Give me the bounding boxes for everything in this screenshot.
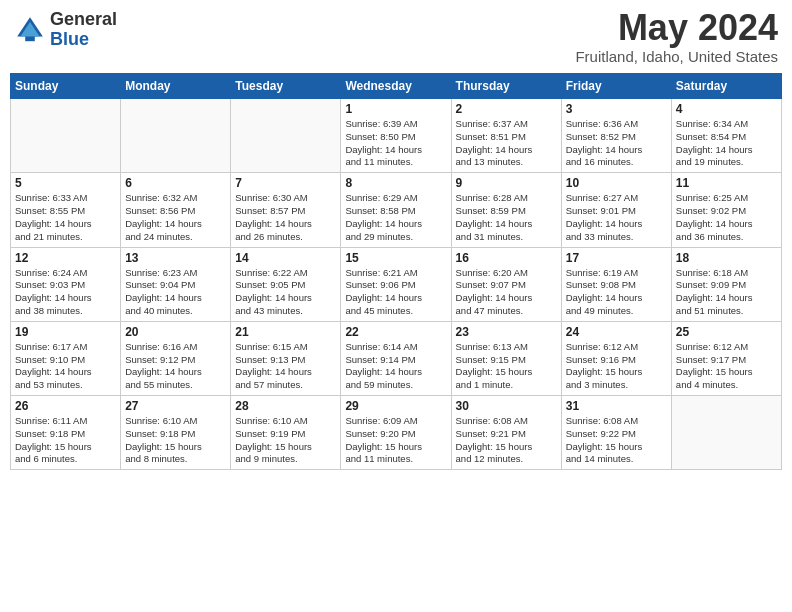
table-row: 19Sunrise: 6:17 AMSunset: 9:10 PMDayligh…	[11, 321, 121, 395]
day-number: 12	[15, 251, 116, 265]
day-info: Sunrise: 6:16 AMSunset: 9:12 PMDaylight:…	[125, 341, 226, 392]
day-info: Sunrise: 6:24 AMSunset: 9:03 PMDaylight:…	[15, 267, 116, 318]
day-info: Sunrise: 6:25 AMSunset: 9:02 PMDaylight:…	[676, 192, 777, 243]
calendar-header-row: Sunday Monday Tuesday Wednesday Thursday…	[11, 74, 782, 99]
table-row: 5Sunrise: 6:33 AMSunset: 8:55 PMDaylight…	[11, 173, 121, 247]
col-saturday: Saturday	[671, 74, 781, 99]
day-number: 10	[566, 176, 667, 190]
svg-rect-2	[25, 36, 35, 41]
table-row: 12Sunrise: 6:24 AMSunset: 9:03 PMDayligh…	[11, 247, 121, 321]
col-monday: Monday	[121, 74, 231, 99]
day-number: 24	[566, 325, 667, 339]
day-info: Sunrise: 6:36 AMSunset: 8:52 PMDaylight:…	[566, 118, 667, 169]
day-info: Sunrise: 6:27 AMSunset: 9:01 PMDaylight:…	[566, 192, 667, 243]
day-number: 23	[456, 325, 557, 339]
day-number: 14	[235, 251, 336, 265]
day-info: Sunrise: 6:19 AMSunset: 9:08 PMDaylight:…	[566, 267, 667, 318]
col-wednesday: Wednesday	[341, 74, 451, 99]
day-number: 16	[456, 251, 557, 265]
table-row: 11Sunrise: 6:25 AMSunset: 9:02 PMDayligh…	[671, 173, 781, 247]
logo-text: General Blue	[50, 10, 117, 50]
day-number: 27	[125, 399, 226, 413]
logo: General Blue	[14, 10, 117, 50]
logo-general-text: General	[50, 10, 117, 30]
day-info: Sunrise: 6:12 AMSunset: 9:16 PMDaylight:…	[566, 341, 667, 392]
table-row: 17Sunrise: 6:19 AMSunset: 9:08 PMDayligh…	[561, 247, 671, 321]
day-number: 15	[345, 251, 446, 265]
table-row: 27Sunrise: 6:10 AMSunset: 9:18 PMDayligh…	[121, 396, 231, 470]
day-number: 28	[235, 399, 336, 413]
day-number: 13	[125, 251, 226, 265]
day-number: 25	[676, 325, 777, 339]
day-info: Sunrise: 6:11 AMSunset: 9:18 PMDaylight:…	[15, 415, 116, 466]
table-row	[231, 99, 341, 173]
table-row: 13Sunrise: 6:23 AMSunset: 9:04 PMDayligh…	[121, 247, 231, 321]
day-info: Sunrise: 6:09 AMSunset: 9:20 PMDaylight:…	[345, 415, 446, 466]
day-number: 3	[566, 102, 667, 116]
table-row: 9Sunrise: 6:28 AMSunset: 8:59 PMDaylight…	[451, 173, 561, 247]
day-info: Sunrise: 6:14 AMSunset: 9:14 PMDaylight:…	[345, 341, 446, 392]
table-row: 10Sunrise: 6:27 AMSunset: 9:01 PMDayligh…	[561, 173, 671, 247]
calendar-week-row: 19Sunrise: 6:17 AMSunset: 9:10 PMDayligh…	[11, 321, 782, 395]
day-number: 21	[235, 325, 336, 339]
logo-icon	[14, 14, 46, 46]
col-sunday: Sunday	[11, 74, 121, 99]
day-number: 2	[456, 102, 557, 116]
day-info: Sunrise: 6:28 AMSunset: 8:59 PMDaylight:…	[456, 192, 557, 243]
table-row: 21Sunrise: 6:15 AMSunset: 9:13 PMDayligh…	[231, 321, 341, 395]
table-row	[121, 99, 231, 173]
day-info: Sunrise: 6:39 AMSunset: 8:50 PMDaylight:…	[345, 118, 446, 169]
table-row: 28Sunrise: 6:10 AMSunset: 9:19 PMDayligh…	[231, 396, 341, 470]
table-row: 24Sunrise: 6:12 AMSunset: 9:16 PMDayligh…	[561, 321, 671, 395]
col-tuesday: Tuesday	[231, 74, 341, 99]
day-info: Sunrise: 6:17 AMSunset: 9:10 PMDaylight:…	[15, 341, 116, 392]
day-number: 8	[345, 176, 446, 190]
table-row: 16Sunrise: 6:20 AMSunset: 9:07 PMDayligh…	[451, 247, 561, 321]
day-number: 29	[345, 399, 446, 413]
day-info: Sunrise: 6:13 AMSunset: 9:15 PMDaylight:…	[456, 341, 557, 392]
day-info: Sunrise: 6:10 AMSunset: 9:19 PMDaylight:…	[235, 415, 336, 466]
table-row: 26Sunrise: 6:11 AMSunset: 9:18 PMDayligh…	[11, 396, 121, 470]
day-info: Sunrise: 6:22 AMSunset: 9:05 PMDaylight:…	[235, 267, 336, 318]
calendar-table: Sunday Monday Tuesday Wednesday Thursday…	[10, 73, 782, 470]
day-number: 26	[15, 399, 116, 413]
day-info: Sunrise: 6:08 AMSunset: 9:21 PMDaylight:…	[456, 415, 557, 466]
col-friday: Friday	[561, 74, 671, 99]
calendar-week-row: 12Sunrise: 6:24 AMSunset: 9:03 PMDayligh…	[11, 247, 782, 321]
day-number: 22	[345, 325, 446, 339]
calendar-location: Fruitland, Idaho, United States	[575, 48, 778, 65]
day-info: Sunrise: 6:29 AMSunset: 8:58 PMDaylight:…	[345, 192, 446, 243]
day-info: Sunrise: 6:37 AMSunset: 8:51 PMDaylight:…	[456, 118, 557, 169]
table-row: 2Sunrise: 6:37 AMSunset: 8:51 PMDaylight…	[451, 99, 561, 173]
day-number: 19	[15, 325, 116, 339]
day-info: Sunrise: 6:30 AMSunset: 8:57 PMDaylight:…	[235, 192, 336, 243]
day-number: 1	[345, 102, 446, 116]
day-number: 30	[456, 399, 557, 413]
day-info: Sunrise: 6:32 AMSunset: 8:56 PMDaylight:…	[125, 192, 226, 243]
day-number: 9	[456, 176, 557, 190]
calendar-week-row: 5Sunrise: 6:33 AMSunset: 8:55 PMDaylight…	[11, 173, 782, 247]
table-row: 8Sunrise: 6:29 AMSunset: 8:58 PMDaylight…	[341, 173, 451, 247]
table-row: 31Sunrise: 6:08 AMSunset: 9:22 PMDayligh…	[561, 396, 671, 470]
table-row: 3Sunrise: 6:36 AMSunset: 8:52 PMDaylight…	[561, 99, 671, 173]
table-row: 23Sunrise: 6:13 AMSunset: 9:15 PMDayligh…	[451, 321, 561, 395]
day-number: 11	[676, 176, 777, 190]
day-info: Sunrise: 6:21 AMSunset: 9:06 PMDaylight:…	[345, 267, 446, 318]
table-row: 14Sunrise: 6:22 AMSunset: 9:05 PMDayligh…	[231, 247, 341, 321]
table-row: 22Sunrise: 6:14 AMSunset: 9:14 PMDayligh…	[341, 321, 451, 395]
calendar-title: May 2024	[575, 10, 778, 46]
day-info: Sunrise: 6:20 AMSunset: 9:07 PMDaylight:…	[456, 267, 557, 318]
calendar-week-row: 26Sunrise: 6:11 AMSunset: 9:18 PMDayligh…	[11, 396, 782, 470]
title-block: May 2024 Fruitland, Idaho, United States	[575, 10, 778, 65]
table-row: 20Sunrise: 6:16 AMSunset: 9:12 PMDayligh…	[121, 321, 231, 395]
table-row: 6Sunrise: 6:32 AMSunset: 8:56 PMDaylight…	[121, 173, 231, 247]
day-info: Sunrise: 6:18 AMSunset: 9:09 PMDaylight:…	[676, 267, 777, 318]
day-info: Sunrise: 6:23 AMSunset: 9:04 PMDaylight:…	[125, 267, 226, 318]
day-number: 4	[676, 102, 777, 116]
table-row: 1Sunrise: 6:39 AMSunset: 8:50 PMDaylight…	[341, 99, 451, 173]
table-row: 30Sunrise: 6:08 AMSunset: 9:21 PMDayligh…	[451, 396, 561, 470]
col-thursday: Thursday	[451, 74, 561, 99]
table-row: 25Sunrise: 6:12 AMSunset: 9:17 PMDayligh…	[671, 321, 781, 395]
calendar-week-row: 1Sunrise: 6:39 AMSunset: 8:50 PMDaylight…	[11, 99, 782, 173]
day-info: Sunrise: 6:34 AMSunset: 8:54 PMDaylight:…	[676, 118, 777, 169]
